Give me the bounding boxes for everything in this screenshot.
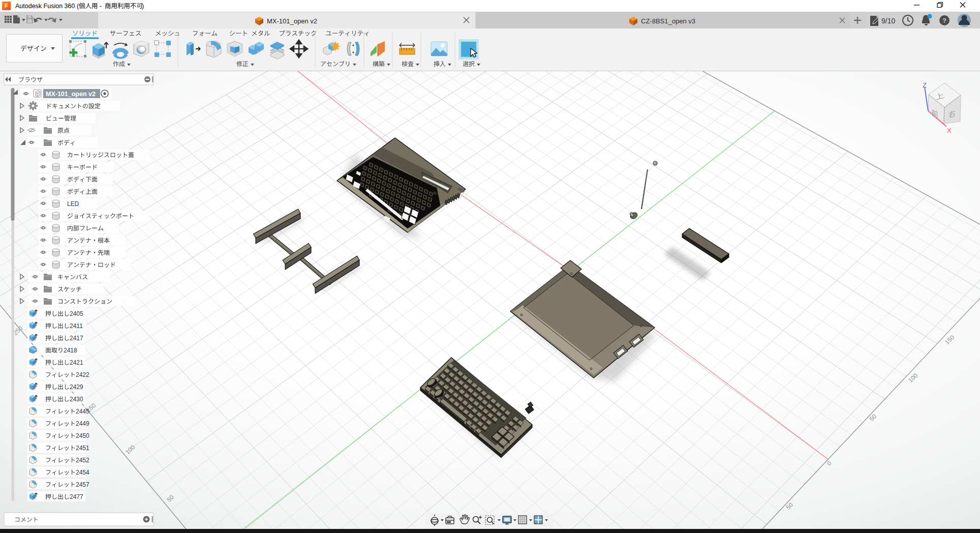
svg-text:?: ?	[942, 17, 946, 24]
svg-text:2411: 2411	[70, 322, 83, 330]
svg-text:2457: 2457	[76, 481, 89, 488]
svg-text:F: F	[5, 3, 8, 9]
svg-text:): )	[142, 3, 144, 10]
svg-text:2454: 2454	[76, 469, 89, 476]
svg-text:Autodesk Fusion 360 (: Autodesk Fusion 360 (	[15, 3, 79, 10]
svg-text:2477: 2477	[70, 493, 83, 500]
svg-text:9/10: 9/10	[881, 17, 895, 25]
svg-text:X: X	[947, 127, 952, 134]
svg-text:LED: LED	[67, 200, 79, 208]
svg-text:CZ-8BS1_open v3: CZ-8BS1_open v3	[641, 17, 695, 25]
svg-text:2445: 2445	[76, 408, 89, 415]
svg-text:2422: 2422	[76, 371, 89, 378]
svg-text:-: -	[100, 3, 102, 10]
svg-text:2418: 2418	[64, 347, 77, 354]
svg-text:MX-101_open v2: MX-101_open v2	[46, 91, 96, 98]
svg-text:2452: 2452	[76, 457, 89, 464]
svg-text:2429: 2429	[70, 383, 83, 391]
svg-text:MX-101_open v2: MX-101_open v2	[267, 17, 317, 25]
svg-text:2449: 2449	[76, 420, 89, 427]
svg-text:2421: 2421	[70, 359, 83, 366]
svg-text:2405: 2405	[70, 310, 83, 317]
svg-text:Z: Z	[923, 81, 927, 89]
svg-text:2417: 2417	[70, 335, 83, 342]
svg-text:2450: 2450	[76, 432, 89, 439]
svg-text:2451: 2451	[76, 445, 89, 452]
svg-text:2430: 2430	[70, 396, 83, 403]
